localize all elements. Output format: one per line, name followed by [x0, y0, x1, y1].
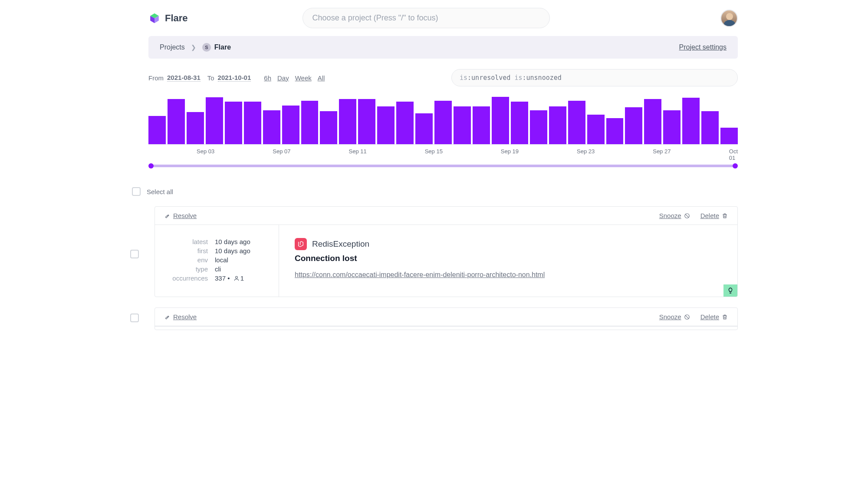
user-avatar[interactable]: [720, 10, 738, 27]
period-6h[interactable]: 6h: [264, 74, 271, 82]
chart-bar[interactable]: [720, 128, 738, 144]
error-checkbox[interactable]: [130, 250, 139, 258]
chart-bar[interactable]: [663, 110, 681, 144]
error-chart: Sep 03Sep 07Sep 11Sep 15Sep 19Sep 23Sep …: [148, 97, 738, 167]
chart-bar[interactable]: [396, 102, 414, 144]
query-input[interactable]: is:unresolved is:unsnoozed: [451, 69, 738, 86]
axis-tick: Sep 11: [349, 148, 366, 155]
chart-bar[interactable]: [568, 101, 585, 144]
snooze-button[interactable]: Snooze: [659, 313, 690, 320]
chart-bar[interactable]: [263, 110, 280, 144]
meta-first: 10 days ago: [215, 247, 250, 254]
meta-type-label: type: [164, 265, 208, 273]
chart-bar[interactable]: [644, 99, 661, 144]
axis-tick: Sep 03: [197, 148, 214, 155]
lightbulb-icon: [727, 287, 734, 294]
chart-bar[interactable]: [434, 101, 452, 144]
snooze-label: Snooze: [659, 313, 681, 320]
chart-bar[interactable]: [492, 97, 509, 144]
select-all-checkbox[interactable]: [132, 187, 141, 196]
chart-bar[interactable]: [549, 106, 566, 144]
chart-bar[interactable]: [187, 112, 204, 144]
breadcrumb: Projects ❯ S Flare Project settings: [148, 36, 738, 59]
chart-bar[interactable]: [168, 99, 185, 144]
chart-bar[interactable]: [377, 106, 395, 144]
chart-bar[interactable]: [320, 111, 337, 144]
logo-text: Flare: [165, 13, 188, 24]
error-item: Resolve Snooze Delete latest10 days ago: [130, 206, 738, 297]
snooze-button[interactable]: Snooze: [659, 212, 690, 219]
meta-first-label: first: [164, 247, 208, 254]
snooze-icon: [684, 213, 690, 219]
wrench-icon: [164, 314, 171, 320]
chart-bar[interactable]: [606, 118, 624, 144]
to-label: To: [207, 74, 214, 82]
breadcrumb-current: Flare: [214, 43, 231, 51]
delete-button[interactable]: Delete: [700, 212, 728, 219]
delete-button[interactable]: Delete: [700, 313, 728, 320]
user-icon: [233, 275, 240, 281]
chart-bars: [148, 97, 738, 145]
meta-env-label: env: [164, 256, 208, 264]
chart-bar[interactable]: [530, 110, 547, 144]
error-main[interactable]: RedisException Connection lost https://c…: [279, 225, 737, 297]
chart-bar[interactable]: [682, 98, 700, 144]
chart-bar[interactable]: [225, 102, 242, 144]
exception-url[interactable]: https://conn.com/occaecati-impedit-facer…: [295, 271, 545, 278]
wrench-icon: [164, 213, 171, 219]
axis-tick: Sep 23: [577, 148, 595, 155]
card-action-bar: Resolve Snooze Delete: [155, 308, 737, 326]
select-all-label: Select all: [147, 188, 173, 195]
chart-bar[interactable]: [625, 107, 642, 144]
breadcrumb-projects[interactable]: Projects: [160, 43, 185, 51]
resolve-button[interactable]: Resolve: [164, 313, 197, 320]
chart-bar[interactable]: [454, 106, 471, 144]
error-card: Resolve Snooze Delete: [155, 307, 738, 330]
meta-latest: 10 days ago: [215, 238, 250, 245]
trash-icon: [722, 314, 728, 320]
period-links: 6hDayWeekAll: [264, 74, 325, 82]
project-search-wrap: [302, 8, 550, 28]
date-to[interactable]: 2021-10-01: [218, 74, 251, 82]
project-settings-link[interactable]: Project settings: [679, 43, 727, 51]
error-meta: latest10 days ago first10 days ago envlo…: [155, 225, 279, 297]
hint-button[interactable]: [723, 284, 737, 297]
error-item: Resolve Snooze Delete: [130, 307, 738, 330]
header: Flare: [130, 0, 738, 36]
meta-users: 1: [240, 274, 244, 282]
meta-occ-label: occurrences: [164, 274, 208, 282]
flare-logo-icon: [148, 12, 161, 24]
chart-bar[interactable]: [473, 106, 490, 144]
chart-bar[interactable]: [358, 99, 375, 144]
project-search-input[interactable]: [302, 8, 550, 28]
resolve-button[interactable]: Resolve: [164, 212, 197, 219]
chart-axis: Sep 03Sep 07Sep 11Sep 15Sep 19Sep 23Sep …: [148, 148, 738, 157]
chart-bar[interactable]: [415, 113, 433, 144]
chart-bar[interactable]: [587, 115, 605, 144]
laravel-icon: [295, 238, 307, 250]
chart-bar[interactable]: [244, 102, 261, 144]
chart-bar[interactable]: [301, 101, 319, 144]
meta-occ: 337 • 1: [215, 274, 244, 282]
meta-occ-count: 337: [215, 274, 226, 282]
date-range-slider[interactable]: [150, 165, 736, 167]
axis-tick: Sep 19: [501, 148, 519, 155]
chart-bar[interactable]: [511, 102, 528, 144]
from-label: From: [148, 74, 164, 82]
date-from[interactable]: 2021-08-31: [167, 74, 201, 82]
select-all-row: Select all: [132, 187, 738, 196]
chart-bar[interactable]: [339, 99, 356, 144]
axis-tick: Oct 01: [729, 148, 738, 161]
chart-bar[interactable]: [206, 97, 223, 144]
chart-bar[interactable]: [701, 111, 719, 144]
resolve-label: Resolve: [173, 313, 197, 320]
error-card: Resolve Snooze Delete latest10 days ago: [155, 206, 738, 297]
period-all[interactable]: All: [318, 74, 325, 82]
period-week[interactable]: Week: [295, 74, 312, 82]
chart-bar[interactable]: [148, 116, 166, 144]
period-day[interactable]: Day: [277, 74, 289, 82]
axis-tick: Sep 27: [653, 148, 671, 155]
error-checkbox[interactable]: [130, 314, 139, 322]
chart-bar[interactable]: [282, 106, 299, 144]
logo[interactable]: Flare: [148, 12, 188, 24]
